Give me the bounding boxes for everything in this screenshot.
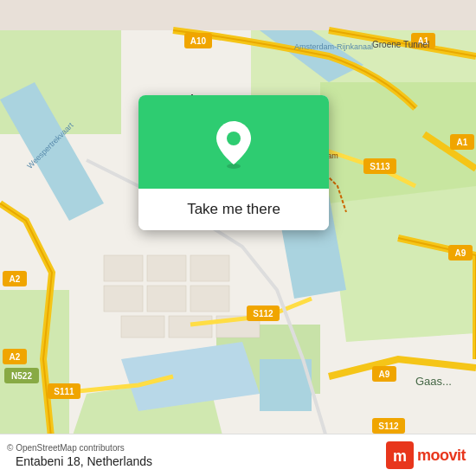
- svg-text:A9: A9: [379, 370, 390, 379]
- svg-text:A10: A10: [190, 36, 207, 46]
- moovit-brand-text: moovit: [417, 447, 466, 465]
- svg-text:Amsterdam-Rijnkanaal: Amsterdam-Rijnkanaal: [294, 42, 373, 51]
- svg-rect-13: [104, 255, 143, 281]
- svg-text:Gaas...: Gaas...: [415, 375, 452, 388]
- svg-rect-16: [147, 286, 186, 312]
- svg-rect-17: [190, 255, 229, 281]
- map-container: S113 S113 S112 S111 S112 N522 A10 A1 A1 …: [0, 0, 476, 476]
- bottom-bar: © OpenStreetMap contributors Entabeni 18…: [0, 434, 476, 476]
- svg-text:Groene Tunnel: Groene Tunnel: [372, 40, 429, 49]
- svg-text:S113: S113: [370, 162, 390, 171]
- svg-text:m: m: [393, 447, 407, 465]
- moovit-brand-icon: m: [386, 441, 414, 469]
- svg-text:S112: S112: [378, 421, 399, 431]
- svg-rect-14: [147, 255, 186, 281]
- svg-rect-20: [169, 316, 212, 338]
- svg-text:N522: N522: [11, 371, 32, 381]
- svg-rect-18: [190, 286, 229, 312]
- svg-text:S111: S111: [54, 387, 74, 396]
- address-label: Entabeni 18, Netherlands: [7, 454, 152, 468]
- map-background: S113 S113 S112 S111 S112 N522 A10 A1 A1 …: [0, 0, 476, 476]
- svg-point-55: [227, 132, 241, 145]
- svg-rect-15: [104, 286, 143, 312]
- svg-text:A2: A2: [10, 274, 21, 284]
- take-me-there-button[interactable]: Take me there: [138, 189, 329, 230]
- moovit-logo: m moovit: [386, 441, 466, 469]
- svg-text:A9: A9: [455, 248, 466, 258]
- svg-text:A2: A2: [10, 352, 21, 362]
- popup-card: Take me there: [138, 95, 329, 230]
- svg-marker-4: [329, 186, 476, 342]
- popup-header: [138, 95, 329, 189]
- svg-text:A1: A1: [457, 138, 468, 147]
- location-pin-icon: [213, 119, 254, 170]
- svg-rect-19: [121, 316, 164, 338]
- map-attribution: © OpenStreetMap contributors: [7, 443, 152, 453]
- svg-text:S112: S112: [253, 309, 273, 318]
